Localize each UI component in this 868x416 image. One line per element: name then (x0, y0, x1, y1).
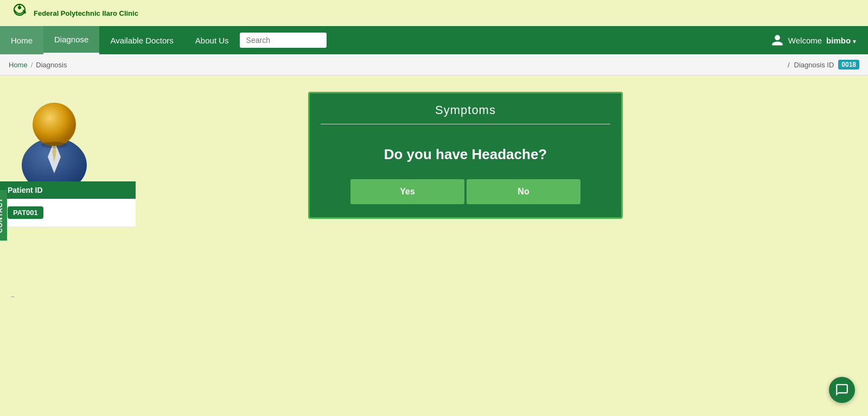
nav-diagnose[interactable]: Diagnose (43, 26, 99, 54)
breadcrumb-home[interactable]: Home (9, 61, 28, 69)
contact-tab[interactable]: CONTACT (0, 190, 7, 241)
patient-avatar (11, 86, 98, 184)
clinic-name: Federal Polytechnic Ilaro Clinic (34, 9, 138, 17)
patient-id-badge: PAT001 (8, 206, 43, 219)
symptoms-title: Symptoms (310, 93, 621, 124)
logo-bar: Federal Polytechnic Ilaro Clinic (0, 0, 868, 26)
breadcrumb-current: Diagnosis (36, 61, 67, 69)
avatar-container (11, 86, 98, 186)
chat-icon (835, 383, 849, 397)
user-icon (771, 34, 784, 47)
patient-card: Patient ID PAT001 (0, 181, 136, 226)
main-content: Patient ID PAT001 – Symptoms Do you have… (0, 75, 868, 401)
user-area: Welcome bimbo▼ (760, 34, 868, 47)
no-button[interactable]: No (467, 179, 580, 204)
symptoms-divider (321, 124, 610, 124)
diagnosis-id-area: / Diagnosis ID 0018 (788, 60, 859, 70)
diagnosis-id-label: Diagnosis ID (794, 61, 834, 69)
chat-bubble[interactable] (829, 377, 855, 403)
svg-point-9 (33, 103, 76, 146)
diagnosis-id-sep: / (788, 61, 790, 69)
search-input[interactable] (240, 33, 327, 48)
patient-card-body: PAT001 (0, 199, 136, 226)
yes-button[interactable]: Yes (350, 179, 464, 204)
symptoms-buttons: Yes No (310, 179, 621, 217)
symptoms-dialog: Symptoms Do you have Headache? Yes No (308, 92, 623, 219)
navbar: Home Diagnose Available Doctors About Us… (0, 26, 868, 54)
patient-card-header: Patient ID (0, 181, 136, 199)
welcome-label: Welcome (788, 36, 822, 45)
breadcrumb-bar: Home / Diagnosis / Diagnosis ID 0018 (0, 54, 868, 75)
nav-about[interactable]: About Us (184, 26, 240, 54)
clinic-logo-icon (9, 2, 30, 24)
svg-point-5 (24, 11, 26, 14)
breadcrumb-separator: / (31, 61, 33, 69)
svg-point-1 (18, 6, 21, 9)
small-dash: – (11, 293, 15, 300)
nav-doctors[interactable]: Available Doctors (99, 26, 184, 54)
breadcrumb: Home / Diagnosis (9, 61, 67, 69)
svg-point-10 (41, 142, 67, 148)
username-label[interactable]: bimbo▼ (826, 36, 857, 45)
diagnosis-id-badge: 0018 (838, 60, 859, 70)
nav-home[interactable]: Home (0, 26, 43, 54)
symptoms-question: Do you have Headache? (310, 135, 621, 179)
